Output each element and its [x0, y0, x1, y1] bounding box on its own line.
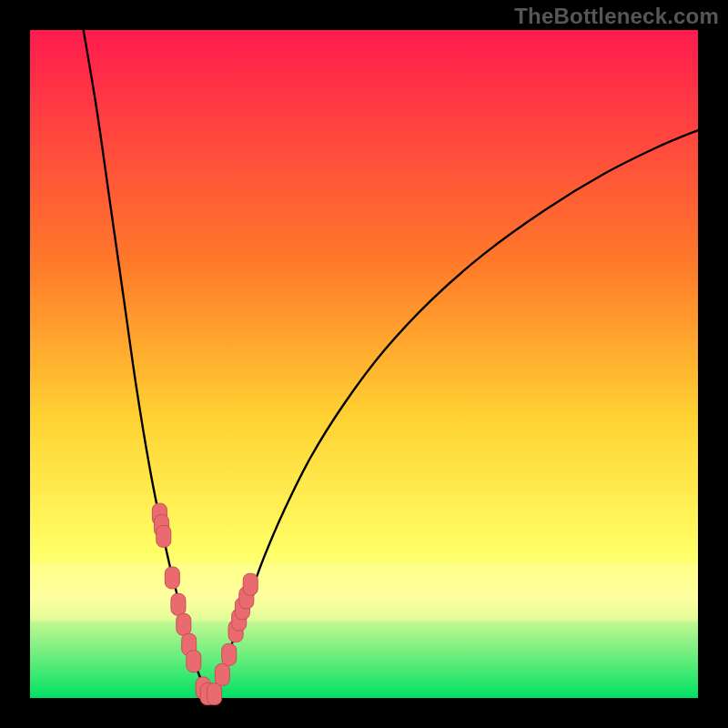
marker-point: [243, 573, 258, 595]
marker-point: [207, 683, 222, 705]
marker-point: [215, 663, 229, 685]
bottleneck-chart: [0, 0, 728, 728]
marker-point: [177, 613, 191, 635]
marker-point: [187, 651, 201, 672]
marker-point: [165, 567, 179, 589]
marker-point: [171, 593, 186, 615]
chart-frame: TheBottleneck.com: [0, 0, 728, 728]
highlight-band: [30, 564, 698, 621]
watermark-text: TheBottleneck.com: [514, 4, 719, 29]
marker-point: [157, 525, 171, 547]
marker-point: [222, 643, 237, 665]
